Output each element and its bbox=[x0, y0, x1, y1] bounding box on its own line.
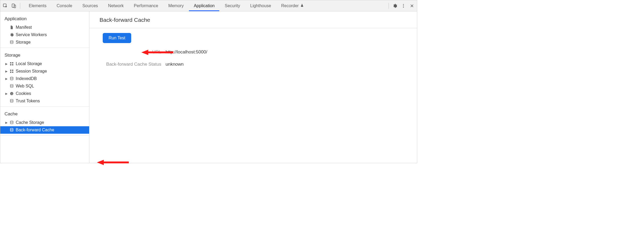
url-value: http://localhost:5000/ bbox=[166, 49, 417, 55]
gear-icon bbox=[9, 32, 14, 37]
tab-recorder-label: Recorder bbox=[281, 3, 299, 8]
sidebar-item-trust-tokens[interactable]: Trust Tokens bbox=[0, 97, 89, 105]
tab-sources[interactable]: Sources bbox=[77, 0, 103, 11]
sidebar-section-cache: Cache bbox=[0, 108, 89, 119]
database-icon bbox=[9, 120, 14, 125]
sidebar-item-back-forward-cache[interactable]: Back-forward Cache bbox=[0, 126, 89, 134]
settings-icon[interactable] bbox=[391, 2, 398, 9]
svg-point-20 bbox=[11, 94, 12, 94]
svg-rect-10 bbox=[12, 64, 13, 65]
sidebar-item-storage[interactable]: Storage bbox=[0, 39, 89, 46]
sidebar-item-local-storage[interactable]: ▶ Local Storage bbox=[0, 60, 89, 68]
sidebar-item-label: Session Storage bbox=[16, 69, 47, 74]
tab-elements[interactable]: Elements bbox=[24, 0, 51, 11]
grid-icon bbox=[9, 69, 14, 74]
sidebar-item-label: Service Workers bbox=[16, 32, 47, 37]
close-devtools-icon[interactable] bbox=[408, 2, 415, 9]
grid-icon bbox=[9, 61, 14, 66]
database-icon bbox=[9, 84, 14, 89]
sidebar-item-label: Cookies bbox=[16, 91, 31, 96]
svg-point-3 bbox=[403, 4, 404, 5]
sidebar-item-cache-storage[interactable]: ▶ Cache Storage bbox=[0, 119, 89, 126]
svg-rect-12 bbox=[12, 70, 13, 71]
svg-point-4 bbox=[403, 5, 404, 6]
svg-rect-11 bbox=[10, 70, 11, 71]
database-icon bbox=[9, 76, 14, 81]
inspect-element-icon[interactable] bbox=[2, 2, 9, 9]
sidebar-section-storage: Storage bbox=[0, 49, 89, 60]
file-icon bbox=[9, 25, 14, 30]
tab-recorder[interactable]: Recorder bbox=[276, 0, 309, 11]
expand-arrow-icon[interactable]: ▶ bbox=[5, 70, 8, 73]
svg-point-6 bbox=[10, 40, 13, 41]
svg-rect-14 bbox=[12, 72, 13, 73]
database-icon bbox=[9, 40, 14, 45]
sidebar-item-label: Trust Tokens bbox=[16, 99, 40, 103]
page-title: Back-forward Cache bbox=[89, 11, 417, 28]
tabbar-divider bbox=[389, 3, 389, 9]
svg-point-15 bbox=[10, 77, 13, 78]
tab-network[interactable]: Network bbox=[103, 0, 129, 11]
database-icon bbox=[9, 128, 14, 132]
flask-icon bbox=[300, 3, 304, 8]
tab-security[interactable]: Security bbox=[220, 0, 245, 11]
svg-rect-9 bbox=[10, 64, 11, 65]
sidebar-item-label: IndexedDB bbox=[16, 76, 37, 81]
bfcache-status-value: unknown bbox=[166, 62, 417, 67]
sidebar-item-web-sql[interactable]: Web SQL bbox=[0, 82, 89, 90]
tab-console[interactable]: Console bbox=[52, 0, 77, 11]
sidebar-item-service-workers[interactable]: Service Workers bbox=[0, 31, 89, 39]
more-options-icon[interactable] bbox=[400, 2, 407, 9]
svg-rect-8 bbox=[12, 62, 13, 64]
tab-memory[interactable]: Memory bbox=[163, 0, 188, 11]
tab-performance[interactable]: Performance bbox=[129, 0, 163, 11]
expand-arrow-icon[interactable]: ▶ bbox=[5, 92, 8, 95]
sidebar-item-indexeddb[interactable]: ▶ IndexedDB bbox=[0, 75, 89, 82]
expand-arrow-icon[interactable]: ▶ bbox=[5, 121, 8, 124]
tab-lighthouse[interactable]: Lighthouse bbox=[245, 0, 276, 11]
svg-point-21 bbox=[12, 94, 13, 95]
svg-point-5 bbox=[403, 7, 404, 7]
tabbar-divider bbox=[20, 3, 20, 9]
sidebar-item-session-storage[interactable]: ▶ Session Storage bbox=[0, 68, 89, 75]
cookie-icon bbox=[9, 91, 14, 96]
svg-rect-13 bbox=[10, 72, 11, 73]
annotation-arrow-icon bbox=[97, 160, 129, 165]
sidebar-item-label: Web SQL bbox=[16, 84, 34, 89]
svg-rect-7 bbox=[10, 62, 11, 64]
sidebar-item-manifest[interactable]: Manifest bbox=[0, 24, 89, 31]
run-test-button[interactable]: Run Test bbox=[103, 33, 131, 43]
svg-point-23 bbox=[10, 121, 13, 122]
svg-point-22 bbox=[10, 99, 13, 100]
application-sidebar: Application Manifest Service Workers bbox=[0, 11, 89, 163]
device-toolbar-icon[interactable] bbox=[10, 2, 17, 9]
database-icon bbox=[9, 99, 14, 103]
sidebar-item-label: Back-forward Cache bbox=[16, 128, 54, 132]
sidebar-item-label: Manifest bbox=[16, 25, 32, 30]
expand-arrow-icon[interactable]: ▶ bbox=[5, 62, 8, 66]
expand-arrow-icon[interactable]: ▶ bbox=[5, 77, 8, 81]
devtools-tabbar: Elements Console Sources Network Perform… bbox=[0, 0, 417, 11]
svg-point-24 bbox=[10, 128, 13, 129]
svg-point-19 bbox=[12, 93, 13, 94]
svg-point-18 bbox=[11, 93, 11, 93]
sidebar-item-label: Cache Storage bbox=[16, 120, 44, 125]
sidebar-item-label: Local Storage bbox=[16, 61, 42, 66]
sidebar-item-label: Storage bbox=[16, 40, 31, 45]
svg-point-16 bbox=[10, 84, 13, 85]
bfcache-status-label: Back-forward Cache Status bbox=[89, 62, 161, 67]
sidebar-item-cookies[interactable]: ▶ Cookies bbox=[0, 90, 89, 97]
main-panel: Back-forward Cache Run Test URL http://l… bbox=[89, 11, 417, 163]
sidebar-section-application: Application bbox=[0, 13, 89, 24]
tab-application[interactable]: Application bbox=[189, 0, 219, 11]
svg-point-17 bbox=[10, 92, 13, 95]
url-label: URL bbox=[89, 49, 161, 55]
